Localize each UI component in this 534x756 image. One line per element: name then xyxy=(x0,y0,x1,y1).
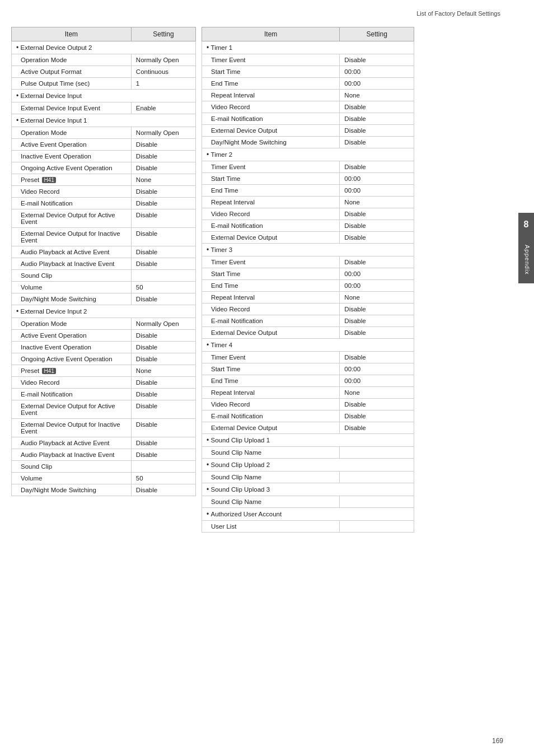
table-row: Video RecordDisable xyxy=(202,304,414,315)
right-table-container: Item Setting • Timer 1Timer EventDisable… xyxy=(202,27,414,533)
setting-value: Disable xyxy=(340,256,414,268)
table-row: • Sound Clip Upload 1 xyxy=(202,434,414,447)
table-row: Operation ModeNormally Open xyxy=(12,54,196,66)
table-row: Audio Playback at Inactive EventDisable xyxy=(12,449,196,461)
setting-value: Disable xyxy=(131,419,195,437)
setting-value xyxy=(131,461,195,473)
item-label: External Device Output xyxy=(202,125,340,137)
setting-value: None xyxy=(340,387,414,399)
setting-value: Disable xyxy=(131,400,195,419)
item-label: E-mail Notification xyxy=(202,410,340,422)
table-row: Video RecordDisable xyxy=(202,101,414,113)
setting-value xyxy=(340,521,414,533)
setting-value: None xyxy=(131,174,195,186)
setting-value: 00:00 xyxy=(340,363,414,375)
table-row: • Timer 2 xyxy=(202,148,414,161)
table-row: • External Device Output 2 xyxy=(12,41,196,54)
setting-value: 00:00 xyxy=(340,173,414,185)
setting-value: Disable xyxy=(340,161,414,173)
item-label: User List xyxy=(202,521,340,533)
setting-value: Disable xyxy=(340,220,414,232)
table-row: Volume50 xyxy=(12,473,196,484)
left-col2-header: Setting xyxy=(131,27,195,41)
table-row: Active Event OperationDisable xyxy=(12,330,196,342)
item-label: Sound Clip xyxy=(12,461,132,473)
right-col2-header: Setting xyxy=(340,27,414,41)
item-label: Sound Clip Name xyxy=(202,447,340,459)
table-row: Sound Clip xyxy=(12,270,196,282)
side-tab: 8 Appendix xyxy=(518,213,534,283)
table-row: Sound Clip Name xyxy=(202,447,414,459)
table-row: Ongoing Active Event OperationDisable xyxy=(12,353,196,365)
item-label: Timer Event xyxy=(202,54,340,66)
item-label: Volume xyxy=(12,282,132,293)
table-row: E-mail NotificationDisable xyxy=(202,410,414,422)
table-row: Repeat IntervalNone xyxy=(202,197,414,208)
table-row: Sound Clip Name xyxy=(202,496,414,508)
right-table: Item Setting • Timer 1Timer EventDisable… xyxy=(202,27,414,533)
table-row: • External Device Input xyxy=(12,90,196,102)
item-label: Sound Clip Name xyxy=(202,472,340,483)
setting-value: 00:00 xyxy=(340,280,414,292)
table-row: E-mail NotificationDisable xyxy=(12,389,196,400)
setting-value: Disable xyxy=(131,228,195,246)
table-row: Video RecordDisable xyxy=(12,377,196,389)
table-row: External Device OutputDisable xyxy=(202,422,414,434)
bullet-icon: • xyxy=(207,44,211,52)
left-table: Item Setting • External Device Output 2O… xyxy=(11,27,196,496)
setting-value: 00:00 xyxy=(340,185,414,197)
table-row: Start Time00:00 xyxy=(202,268,414,280)
bullet-icon: • xyxy=(207,461,211,469)
table-row: Timer EventDisable xyxy=(202,54,414,66)
item-label: Repeat Interval xyxy=(202,197,340,208)
item-label: External Device Output for Inactive Even… xyxy=(12,419,132,437)
table-row: Inactive Event OperationDisable xyxy=(12,151,196,162)
setting-value: None xyxy=(131,365,195,377)
item-label: External Device Output for Active Event xyxy=(12,209,132,228)
table-row: E-mail NotificationDisable xyxy=(202,315,414,327)
section-label: External Device Input xyxy=(21,92,82,99)
setting-value: Disable xyxy=(340,101,414,113)
item-label: Start Time xyxy=(202,363,340,375)
table-row: • Sound Clip Upload 3 xyxy=(202,483,414,496)
section-label: Sound Clip Upload 2 xyxy=(211,461,270,468)
left-col1-header: Item xyxy=(12,27,132,41)
item-label: End Time xyxy=(202,78,340,90)
table-row: Audio Playback at Active EventDisable xyxy=(12,246,196,258)
setting-value: Disable xyxy=(340,327,414,339)
side-tab-label: Appendix xyxy=(518,236,534,283)
item-label: Start Time xyxy=(202,268,340,280)
preset-tag: H41 xyxy=(42,177,55,183)
side-tab-number: 8 xyxy=(518,213,534,236)
section-label: Sound Clip Upload 3 xyxy=(211,486,270,493)
item-label: E-mail Notification xyxy=(202,315,340,327)
table-row: • Sound Clip Upload 2 xyxy=(202,459,414,472)
setting-value: 00:00 xyxy=(340,375,414,387)
setting-value: None xyxy=(340,90,414,101)
setting-value xyxy=(340,496,414,508)
table-row: Sound Clip Name xyxy=(202,472,414,483)
section-label: Timer 3 xyxy=(211,246,233,253)
item-label: E-mail Notification xyxy=(202,113,340,125)
item-label: Repeat Interval xyxy=(202,387,340,399)
left-table-container: Item Setting • External Device Output 2O… xyxy=(11,27,196,533)
table-row: External Device OutputDisable xyxy=(202,232,414,244)
section-label: External Device Output 2 xyxy=(21,44,92,51)
table-row: • Authorized User Account xyxy=(202,508,414,521)
item-label: External Device Output for Inactive Even… xyxy=(12,228,132,246)
setting-value: Disable xyxy=(131,186,195,198)
item-label: Day/Night Mode Switching xyxy=(12,484,132,496)
item-label: E-mail Notification xyxy=(202,220,340,232)
setting-value: Disable xyxy=(131,330,195,342)
item-label: External Device Input Event xyxy=(12,102,132,114)
table-row: User List xyxy=(202,521,414,533)
item-label: Volume xyxy=(12,473,132,484)
item-label: Ongoing Active Event Operation xyxy=(12,353,132,365)
item-label: Inactive Event Operation xyxy=(12,151,132,162)
table-row: Pulse Output Time (sec)1 xyxy=(12,78,196,90)
setting-value: Disable xyxy=(340,304,414,315)
item-label: Video Record xyxy=(202,304,340,315)
setting-value: None xyxy=(340,197,414,208)
item-label: Operation Mode xyxy=(12,54,132,66)
setting-value: Continuous xyxy=(131,66,195,78)
